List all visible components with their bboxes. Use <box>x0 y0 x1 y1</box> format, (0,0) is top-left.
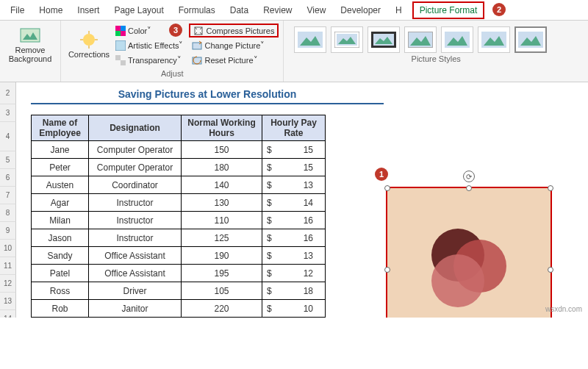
row-header[interactable]: 6 <box>0 169 16 187</box>
cell-pay[interactable]: $13 <box>262 176 326 194</box>
cell-name[interactable]: Rob <box>32 300 89 318</box>
cell-designation[interactable]: Instructor <box>89 194 182 212</box>
row-header[interactable]: 5 <box>0 151 16 169</box>
cell-pay[interactable]: $12 <box>262 265 326 282</box>
cell-designation[interactable]: Computer Operator <box>89 141 182 159</box>
transparency-button[interactable]: Transparency ˅ <box>112 53 186 67</box>
cell-name[interactable]: Peter <box>32 159 89 176</box>
tab-truncated[interactable]: H <box>388 1 409 19</box>
tab-review[interactable]: Review <box>256 1 299 19</box>
picture-style-6[interactable] <box>478 26 510 53</box>
cell-name[interactable]: Jane <box>32 141 89 159</box>
cell-hours[interactable]: 125 <box>182 229 262 247</box>
compress-pictures-button[interactable]: Compress Pictures <box>189 24 279 37</box>
col-pay[interactable]: Hourly Pay Rate <box>262 115 326 141</box>
cell-hours[interactable]: 110 <box>182 212 262 229</box>
cell-pay[interactable]: $18 <box>262 282 326 300</box>
cell-name[interactable]: Sandy <box>32 247 89 265</box>
resize-handle[interactable] <box>548 267 553 273</box>
row-header[interactable]: 9 <box>0 222 16 240</box>
venn-icon <box>414 215 524 318</box>
picture-style-4[interactable] <box>404 26 437 53</box>
cell-hours[interactable]: 180 <box>182 159 262 176</box>
rotate-handle[interactable]: ⟳ <box>463 171 475 182</box>
cell-pay[interactable]: $16 <box>262 229 326 247</box>
cell-hours[interactable]: 150 <box>182 141 262 159</box>
resize-handle[interactable] <box>548 185 553 191</box>
row-header[interactable]: 14 <box>0 310 16 318</box>
table-row: Austen Coordinator 140 $13 <box>32 176 326 194</box>
reset-picture-button[interactable]: Reset Picture ˅ <box>189 53 279 67</box>
tab-view[interactable]: View <box>300 1 334 19</box>
cell-hours[interactable]: 140 <box>182 176 262 194</box>
cell-hours[interactable]: 105 <box>182 282 262 300</box>
group-adjust: Corrections Color ˅ Artistic Effects ˅ T… <box>61 21 284 82</box>
row-header[interactable]: 11 <box>0 257 16 275</box>
row-header[interactable]: 10 <box>0 240 16 257</box>
cell-designation[interactable]: Driver <box>89 282 182 300</box>
cell-name[interactable]: Milan <box>32 212 89 229</box>
col-designation[interactable]: Designation <box>89 115 182 141</box>
tab-developer[interactable]: Developer <box>333 1 388 19</box>
picture-style-7[interactable] <box>514 26 547 53</box>
picture-style-5[interactable] <box>441 26 473 53</box>
cell-designation[interactable]: Janitor <box>89 300 182 318</box>
tab-data[interactable]: Data <box>223 1 256 19</box>
color-button[interactable]: Color ˅ <box>112 24 186 37</box>
row-header[interactable]: 7 <box>0 187 16 204</box>
cell-pay[interactable]: $14 <box>262 194 326 212</box>
row-header[interactable]: 2 <box>0 82 16 104</box>
cell-designation[interactable]: Instructor <box>89 229 182 247</box>
row-header[interactable]: 8 <box>0 204 16 222</box>
cell-hours[interactable]: 190 <box>182 247 262 265</box>
picture-style-1[interactable] <box>294 26 326 53</box>
cell-hours[interactable]: 130 <box>182 194 262 212</box>
col-name[interactable]: Name of Employee <box>32 115 89 141</box>
cell-hours[interactable]: 220 <box>182 300 262 318</box>
cell-name[interactable]: Austen <box>32 176 89 194</box>
tab-formulas[interactable]: Formulas <box>171 1 223 19</box>
row-header[interactable]: 3 <box>0 104 16 122</box>
col-hours[interactable]: Normal Working Hours <box>182 115 262 141</box>
table-row: Jason Instructor 125 $16 <box>32 229 326 247</box>
resize-handle[interactable] <box>466 185 472 191</box>
change-picture-button[interactable]: Change Picture ˅ <box>189 38 279 52</box>
cell-pay[interactable]: $10 <box>262 300 326 318</box>
row-header[interactable]: 4 <box>0 122 16 151</box>
cell-pay[interactable]: $15 <box>262 159 326 176</box>
cell-designation[interactable]: Coordinator <box>89 176 182 194</box>
row-header[interactable]: 13 <box>0 293 16 310</box>
picture-style-3[interactable] <box>368 26 400 53</box>
cell-designation[interactable]: Instructor <box>89 212 182 229</box>
tab-file[interactable]: File <box>3 1 32 19</box>
cell-name[interactable]: Jason <box>32 229 89 247</box>
resize-handle[interactable] <box>384 185 390 191</box>
cell-name[interactable]: Patel <box>32 265 89 282</box>
resize-handle[interactable] <box>384 267 390 273</box>
table-row: Milan Instructor 110 $16 <box>32 212 326 229</box>
cell-pay[interactable]: $15 <box>262 141 326 159</box>
cell-pay[interactable]: $16 <box>262 212 326 229</box>
selected-picture[interactable]: ⟳ <box>386 187 552 318</box>
remove-background-button[interactable]: Remove Background <box>4 22 56 68</box>
tab-insert[interactable]: Insert <box>70 1 107 19</box>
cell-name[interactable]: Ross <box>32 282 89 300</box>
artistic-effects-button[interactable]: Artistic Effects ˅ <box>112 38 186 52</box>
row-header[interactable]: 12 <box>0 275 16 293</box>
cell-hours[interactable]: 195 <box>182 265 262 282</box>
table-row: Rob Janitor 220 $10 <box>32 300 326 318</box>
picture-style-2[interactable] <box>331 26 363 53</box>
svg-rect-10 <box>115 40 126 51</box>
tab-picture-format[interactable]: Picture Format <box>412 1 485 19</box>
tab-page-layout[interactable]: Page Layout <box>107 1 171 19</box>
cell-designation[interactable]: Computer Operator <box>89 159 182 176</box>
cell-designation[interactable]: Office Assistant <box>89 265 182 282</box>
group-label-adjust: Adjust <box>65 68 279 79</box>
cell-designation[interactable]: Office Assistant <box>89 247 182 265</box>
group-picture-styles: Picture Styles <box>284 21 588 82</box>
tab-home[interactable]: Home <box>32 1 70 19</box>
cell-name[interactable]: Agar <box>32 194 89 212</box>
cell-pay[interactable]: $13 <box>262 247 326 265</box>
ribbon-tabs: File Home Insert Page Layout Formulas Da… <box>0 0 588 21</box>
corrections-button[interactable]: Corrections <box>65 22 112 68</box>
